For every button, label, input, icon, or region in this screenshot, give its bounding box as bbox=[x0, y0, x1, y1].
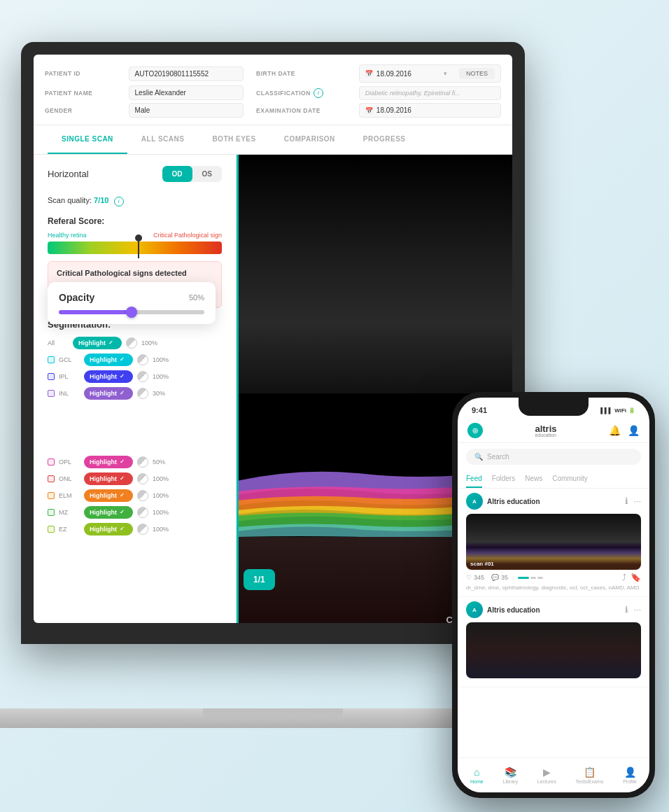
info-icon-feed-2[interactable]: ℹ bbox=[625, 605, 628, 615]
seg-icon-onl bbox=[48, 475, 55, 482]
classification-info-icon[interactable]: i bbox=[314, 88, 323, 98]
eye-os-button[interactable]: OS bbox=[192, 166, 222, 182]
feed-actions-1: ℹ ··· bbox=[625, 496, 641, 506]
battery-icon: 🔋 bbox=[628, 407, 635, 414]
gender-label: GENDER bbox=[45, 107, 122, 114]
opacity-icon-ipl bbox=[137, 371, 148, 382]
seg-label-elm: ELM bbox=[59, 492, 80, 499]
phone-nav-library[interactable]: 📚 Library bbox=[503, 766, 518, 784]
lectures-icon: ▶ bbox=[543, 766, 551, 778]
feed-stats-1: ♡ 345 💬 35 ⤴ 🔖 bbox=[466, 573, 641, 582]
feed-like-stat: ♡ 345 bbox=[466, 574, 484, 581]
opacity-btn-gcl[interactable] bbox=[137, 354, 148, 365]
percent-inl: 30% bbox=[153, 390, 165, 397]
phone-tab-news[interactable]: News bbox=[525, 470, 542, 488]
seg-icon-ipl bbox=[48, 373, 55, 380]
tab-bar: SINGLE SCAN ALL SCANS BOTH EYES COMPARIS… bbox=[34, 125, 512, 155]
signal-icons: ▌▌▌ WiFi 🔋 bbox=[600, 407, 635, 414]
opacity-slider-thumb[interactable] bbox=[126, 307, 137, 318]
check-icon: ✓ bbox=[108, 340, 113, 346]
phone-user-icon[interactable]: 👤 bbox=[628, 425, 640, 436]
highlight-btn-gcl[interactable]: Highlight ✓ bbox=[84, 354, 133, 366]
share-icon[interactable]: ⤴ bbox=[622, 573, 626, 582]
opacity-btn-ez[interactable] bbox=[137, 524, 148, 535]
opacity-btn-elm[interactable] bbox=[137, 490, 148, 501]
percent-ez: 100% bbox=[153, 526, 169, 533]
opacity-icon-inl bbox=[137, 388, 148, 399]
phone-header-icons: 🔔 👤 bbox=[609, 425, 640, 436]
eye-od-button[interactable]: OD bbox=[162, 166, 192, 182]
opacity-btn-ipl[interactable] bbox=[137, 371, 148, 382]
feed-author-1: A Altris education bbox=[466, 493, 540, 510]
notes-button[interactable]: NOTES bbox=[459, 68, 495, 79]
phone-bell-icon[interactable]: 🔔 bbox=[609, 425, 621, 436]
referal-bar bbox=[48, 241, 222, 254]
phone-tab-folders[interactable]: Folders bbox=[492, 470, 515, 488]
highlight-btn-all[interactable]: Highlight ✓ bbox=[73, 337, 122, 349]
seg-icon-elm bbox=[48, 492, 55, 499]
feed-item-1: A Altris education ℹ ··· scan #01 ♡ 345 bbox=[458, 493, 649, 597]
opacity-icon-gcl bbox=[137, 354, 148, 365]
referal-title: Referal Score: bbox=[48, 216, 222, 226]
laptop: PATIENT ID AUTO20190801115552 BIRTH DATE… bbox=[21, 42, 525, 728]
phone-nav-tests[interactable]: 📋 Tests/Exams bbox=[576, 766, 604, 784]
highlight-btn-mz[interactable]: Highlight ✓ bbox=[84, 506, 133, 519]
scan-nav-box[interactable]: 1/1 bbox=[244, 569, 275, 590]
scan-quality-text: Scan quality: 7/10 i bbox=[48, 196, 124, 206]
opacity-btn-inl[interactable] bbox=[137, 388, 148, 399]
tab-single-scan[interactable]: SINGLE SCAN bbox=[48, 125, 127, 154]
tab-both-eyes[interactable]: BOTH EYES bbox=[198, 125, 269, 154]
classification-label-row: CLASSIFICATION i bbox=[251, 88, 352, 98]
opacity-btn-mz[interactable] bbox=[137, 507, 148, 518]
percent-opl: 50% bbox=[153, 458, 165, 465]
percent-gcl: 100% bbox=[153, 356, 169, 363]
bookmark-icon[interactable]: 🔖 bbox=[631, 573, 641, 582]
patient-name-label: PATIENT NAME bbox=[45, 90, 122, 97]
phone-tab-feed[interactable]: Feed bbox=[466, 470, 482, 488]
more-icon-feed-2[interactable]: ··· bbox=[634, 605, 641, 615]
critical-box-title: Critical Pathological signs detected bbox=[57, 269, 213, 277]
tab-comparison[interactable]: COMPARISON bbox=[270, 125, 349, 154]
search-icon: 🔍 bbox=[474, 453, 483, 461]
more-icon-feed-1[interactable]: ··· bbox=[634, 496, 641, 506]
feed-dots bbox=[518, 577, 543, 579]
highlight-btn-ez[interactable]: Highlight ✓ bbox=[84, 523, 133, 536]
highlight-btn-opl[interactable]: Highlight ✓ bbox=[84, 456, 133, 468]
opacity-icon-elm bbox=[137, 490, 148, 501]
phone-tab-community[interactable]: Community bbox=[552, 470, 588, 488]
opacity-slider-track[interactable] bbox=[59, 310, 204, 314]
feed-image-1: scan #01 bbox=[466, 514, 641, 570]
profile-icon: 👤 bbox=[624, 766, 636, 778]
quality-info-icon[interactable]: i bbox=[114, 197, 124, 206]
feed-tags-1: dr_dme, dme, ophthalmology, diagnostic, … bbox=[466, 584, 641, 591]
info-icon-feed-1[interactable]: ℹ bbox=[625, 496, 628, 506]
opacity-btn-opl[interactable] bbox=[137, 456, 148, 468]
highlight-btn-onl[interactable]: Highlight ✓ bbox=[84, 472, 133, 485]
critical-label: Critical Pathological sign bbox=[153, 232, 222, 239]
feed-item-2-header: A Altris education ℹ ··· bbox=[466, 601, 641, 618]
opacity-btn-all[interactable] bbox=[126, 337, 137, 349]
wifi-icon: WiFi bbox=[614, 407, 626, 414]
heart-icon: ♡ bbox=[466, 574, 472, 581]
tab-progress[interactable]: PROGRESS bbox=[349, 125, 420, 154]
opacity-btn-onl[interactable] bbox=[137, 473, 148, 484]
opacity-popup-header: Opacity 50% bbox=[59, 292, 204, 303]
phone-nav-profile[interactable]: 👤 Profile bbox=[623, 766, 637, 784]
phone-nav-home[interactable]: ⌂ Home bbox=[470, 766, 484, 784]
highlight-btn-inl[interactable]: Highlight ✓ bbox=[84, 387, 133, 400]
dropdown-arrow-icon: ▾ bbox=[444, 70, 447, 77]
seg-row-onl: ONL Highlight ✓ 100% bbox=[48, 472, 222, 485]
highlight-btn-elm[interactable]: Highlight ✓ bbox=[84, 489, 133, 502]
seg-icon-opl bbox=[48, 458, 55, 465]
tab-all-scans[interactable]: ALL SCANS bbox=[127, 125, 199, 154]
phone-screen: 9:41 ▌▌▌ WiFi 🔋 ◎ altris education 🔔 bbox=[458, 398, 649, 792]
phone: 9:41 ▌▌▌ WiFi 🔋 ◎ altris education 🔔 bbox=[452, 392, 655, 798]
app-ui: PATIENT ID AUTO20190801115552 BIRTH DATE… bbox=[34, 55, 512, 623]
phone-nav-lectures[interactable]: ▶ Lectures bbox=[537, 766, 556, 784]
phone-search-bar[interactable]: 🔍 Search bbox=[466, 449, 641, 465]
seg-row-ipl: IPL Highlight ✓ 100% bbox=[48, 370, 222, 383]
birth-date-value: 📅 18.09.2016 ▾ NOTES bbox=[359, 64, 501, 83]
orientation-row: Horizontal OD OS bbox=[48, 166, 222, 182]
highlight-btn-ipl[interactable]: Highlight ✓ bbox=[84, 370, 133, 383]
orientation-label: Horizontal bbox=[48, 169, 89, 179]
